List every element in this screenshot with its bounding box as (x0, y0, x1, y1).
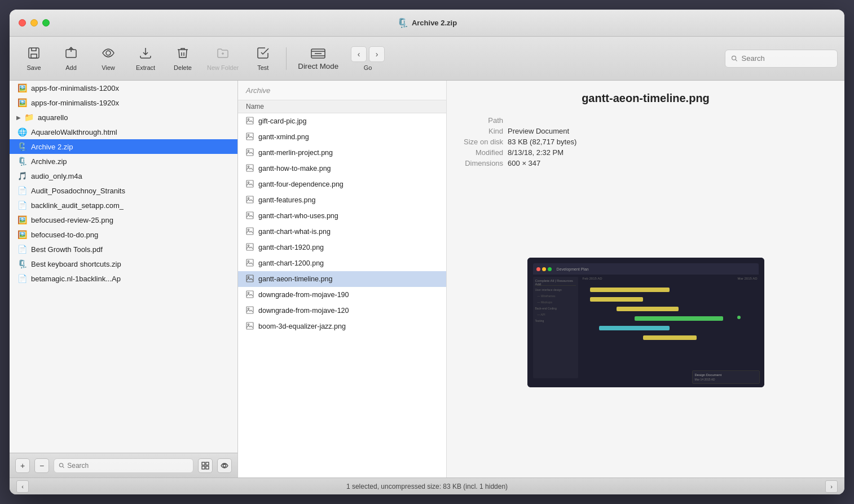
image-file-icon (246, 306, 254, 316)
search-input[interactable] (742, 54, 831, 63)
archive-list-item[interactable]: downgrade-from-mojave-120 (238, 303, 446, 319)
svg-rect-6 (202, 462, 205, 465)
list-item[interactable]: ▶ 📁 aquarello (10, 110, 237, 125)
path-value (508, 116, 827, 125)
preview-image: Development Plan Complete All | Resource… (527, 258, 764, 387)
test-icon (256, 46, 270, 63)
svg-rect-15 (246, 149, 253, 156)
archive-header: Archive (238, 81, 446, 100)
audio-icon: 🎵 (16, 171, 28, 180)
list-item[interactable]: 🌐 AquareloWalkthrough.html (10, 125, 237, 139)
modified-label: Modified (464, 148, 503, 157)
list-item[interactable]: 📄 betamagic.nl-1backlink...Ap (10, 271, 237, 286)
archive-list-item-selected[interactable]: gantt-aeon-timeline.png (238, 271, 446, 287)
preview-filename: gantt-aeon-timeline.png (464, 92, 827, 105)
archive-list-item[interactable]: gantt-chart-what-is.png (238, 224, 446, 240)
image-file-icon (246, 117, 254, 126)
size-label: Size on disk (464, 138, 503, 146)
svg-point-10 (223, 464, 226, 467)
toolbar: Save Add View (10, 37, 844, 81)
new-folder-button[interactable]: New Folder (203, 41, 243, 77)
scroll-left-button[interactable]: ‹ (16, 480, 29, 493)
add-button[interactable]: Add (54, 41, 89, 77)
archive-list-item[interactable]: gantt-features.png (238, 192, 446, 208)
list-item[interactable]: 🗜️ Archive.zip (10, 154, 237, 169)
direct-mode-icon (310, 47, 326, 62)
preview-panel: gantt-aeon-timeline.png Path Kind Previe… (447, 81, 844, 478)
list-item[interactable]: 🎵 audio_only.m4a (10, 169, 237, 183)
svg-rect-25 (246, 228, 253, 235)
view-icon (102, 46, 115, 63)
bottom-search-input[interactable] (67, 462, 188, 470)
bottom-search-icon (59, 462, 65, 469)
list-item[interactable]: 📄 backlink_audit_setapp.com_ (10, 198, 237, 213)
svg-rect-8 (202, 466, 205, 469)
archive-list-item[interactable]: gantt-chart-1200.png (238, 255, 446, 271)
go-forward-button[interactable]: › (369, 46, 385, 62)
zip-icon: 🗜️ (16, 142, 28, 151)
archive-panel: Archive Name gift-card-pic.jpg (238, 81, 447, 478)
test-button[interactable]: Test (245, 41, 280, 77)
extract-icon (139, 46, 152, 63)
list-item[interactable]: 📄 Best Growth Tools.pdf (10, 242, 237, 257)
add-label: Add (65, 64, 77, 71)
list-item[interactable]: 🗜️ Best keyboard shortcuts.zip (10, 257, 237, 271)
archive-list-item[interactable]: gantt-chart-1920.png (238, 240, 446, 255)
archive-list-item[interactable]: gantt-merlin-project.png (238, 145, 446, 161)
archive-list-item[interactable]: downgrade-from-mojave-190 (238, 287, 446, 303)
list-item[interactable]: 🖼️ apps-for-minimalists-1200x (10, 81, 237, 95)
list-item[interactable]: 🖼️ apps-for-minimalists-1920x (10, 95, 237, 110)
remove-item-button[interactable]: − (34, 458, 49, 473)
search-icon (731, 55, 738, 63)
svg-point-32 (248, 276, 249, 277)
maximize-button[interactable] (42, 19, 50, 26)
file-list: 🖼️ apps-for-minimalists-1200x 🖼️ apps-fo… (10, 81, 237, 453)
save-icon (27, 46, 41, 63)
eye-icon (221, 462, 228, 470)
direct-mode-button[interactable]: Direct Mode (292, 41, 344, 77)
go-back-button[interactable]: ‹ (351, 46, 367, 62)
list-item-selected[interactable]: 🗜️ Archive 2.zip (10, 139, 237, 154)
add-item-button[interactable]: + (15, 458, 30, 473)
minimize-button[interactable] (30, 19, 38, 26)
archive-list-item[interactable]: gantt-how-to-make.png (238, 161, 446, 176)
close-button[interactable] (19, 19, 26, 26)
svg-point-18 (248, 166, 249, 167)
image-file-icon (246, 243, 254, 253)
archive-list-item[interactable]: boom-3d-equalizer-jazz.png (238, 319, 446, 334)
toolbar-search[interactable] (725, 50, 838, 68)
list-item[interactable]: 📄 Audit_Posadochnoy_Stranits (10, 183, 237, 198)
view-button[interactable]: View (91, 41, 126, 77)
svg-rect-13 (246, 133, 253, 140)
list-item[interactable]: 🖼️ befocused-to-do.png (10, 227, 237, 242)
bottom-search[interactable] (54, 458, 193, 473)
svg-rect-21 (246, 196, 253, 203)
svg-point-4 (732, 56, 736, 60)
archive-list-item[interactable]: gift-card-pic.jpg (238, 113, 446, 129)
preview-toggle-button[interactable] (217, 458, 232, 473)
archive-header-title: Archive (246, 86, 270, 95)
archive-list-item[interactable]: gantt-chart-who-uses.png (238, 208, 446, 224)
list-item[interactable]: 🖼️ befocused-review-25.png (10, 213, 237, 227)
extract-button[interactable]: Extract (128, 41, 163, 77)
right-panel: Archive Name gift-card-pic.jpg (238, 81, 844, 478)
save-button[interactable]: Save (16, 41, 51, 77)
svg-point-26 (248, 229, 249, 230)
scroll-right-button[interactable]: › (825, 480, 838, 493)
svg-rect-17 (246, 165, 253, 171)
titlebar: 🗜️ Archive 2.zip (10, 10, 844, 37)
modified-value: 8/13/18, 2:32 PM (508, 148, 827, 157)
grid-view-button[interactable] (198, 458, 213, 473)
svg-point-20 (248, 182, 249, 183)
archive-list-item[interactable]: gantt-xmind.png (238, 129, 446, 145)
svg-point-24 (248, 213, 249, 214)
image-file-icon (246, 290, 254, 300)
kind-value: Preview Document (508, 127, 827, 135)
kind-label: Kind (464, 127, 503, 135)
archive-list-item[interactable]: gantt-four-dependence.png (238, 176, 446, 192)
archive-file-list: gift-card-pic.jpg gantt-xmind.png gantt-… (238, 113, 446, 478)
go-label: Go (364, 64, 372, 71)
svg-point-30 (248, 260, 249, 262)
svg-rect-11 (246, 117, 253, 124)
delete-button[interactable]: Delete (165, 41, 200, 77)
